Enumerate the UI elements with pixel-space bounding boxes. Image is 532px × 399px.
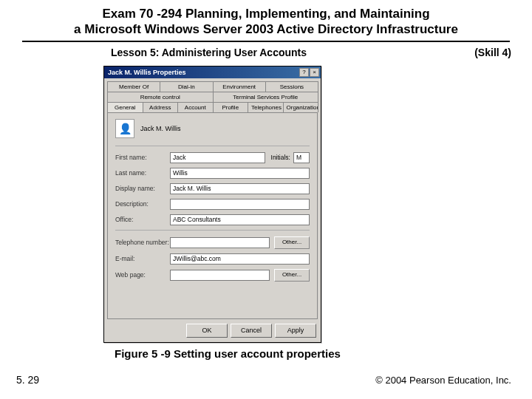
tab-environment[interactable]: Environment [213,81,266,92]
initials-label: Initials: [271,154,290,161]
copyright: © 2004 Pearson Education, Inc. [375,375,511,386]
initials-input[interactable]: M [293,152,310,163]
titlebar-text: Jack M. Willis Properties [108,69,185,76]
tab-telephones[interactable]: Telephones [248,102,284,112]
separator [115,146,310,146]
email-input[interactable]: JWillis@abc.com [170,253,310,265]
cancel-button[interactable]: Cancel [231,324,272,338]
telephone-input[interactable] [170,237,270,248]
office-label: Office: [115,216,170,223]
display-name-input[interactable]: Jack M. Willis [170,183,310,194]
close-button[interactable]: × [310,68,319,77]
tab-body-general: 👤 Jack M. Willis First name: Jack Initia… [107,112,318,319]
figure-area: Jack M. Willis Properties ? × Member Of … [0,58,532,343]
user-icon: 👤 [115,119,134,138]
description-input[interactable] [170,199,310,210]
email-label: E-mail: [115,255,170,262]
webpage-label: Web page: [115,271,170,279]
tabs: Member Of Dial-in Environment Sessions R… [104,78,321,319]
lesson-label: Lesson 5: Administering User Accounts [111,47,307,58]
telephone-other-button[interactable]: Other... [274,236,310,249]
last-name-label: Last name: [115,169,170,177]
tab-sessions[interactable]: Sessions [265,81,318,92]
properties-dialog: Jack M. Willis Properties ? × Member Of … [103,66,321,343]
ok-button[interactable]: OK [186,324,228,338]
description-label: Description: [115,200,170,208]
last-name-input[interactable]: Willis [170,168,310,179]
tab-member-of[interactable]: Member Of [107,81,160,92]
tab-dial-in[interactable]: Dial-in [160,81,213,92]
title-underline [22,41,510,42]
tab-general[interactable]: General [107,102,143,112]
webpage-other-button[interactable]: Other... [274,269,310,282]
webpage-input[interactable] [170,270,270,281]
separator2 [115,230,310,231]
titlebar: Jack M. Willis Properties ? × [104,66,321,78]
tab-terminal-services[interactable]: Terminal Services Profile [213,92,319,102]
tab-address[interactable]: Address [143,102,179,112]
tab-account[interactable]: Account [177,102,214,112]
apply-button[interactable]: Apply [275,324,316,338]
subheader: Lesson 5: Administering User Accounts (S… [0,47,532,58]
skill-label: (Skill 4) [474,47,511,58]
figure-caption: Figure 5 -9 Setting user account propert… [0,347,532,360]
dialog-buttons: OK Cancel Apply [104,319,321,342]
slide-title: Exam 70 -294 Planning, Implementing, and… [0,0,532,39]
telephone-label: Telephone number: [115,239,170,246]
tab-remote-control[interactable]: Remote control [107,92,214,102]
tab-organization[interactable]: Organization [283,102,319,112]
page-number: 5. 29 [16,374,39,386]
first-name-label: First name: [115,154,170,161]
display-name-label: Display name: [115,185,170,192]
tab-profile[interactable]: Profile [213,102,249,112]
first-name-input[interactable]: Jack [170,152,265,163]
help-button[interactable]: ? [299,68,309,77]
office-input[interactable]: ABC Consultants [170,214,310,225]
identity-name: Jack M. Willis [140,125,181,132]
